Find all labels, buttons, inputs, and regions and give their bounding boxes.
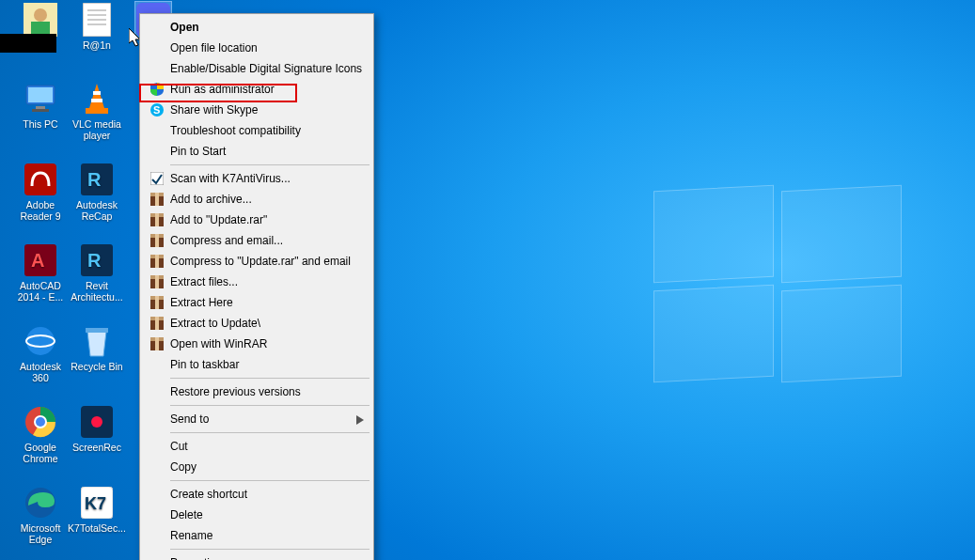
menu-item-create-shortcut[interactable]: Create shortcut (142, 484, 371, 505)
recycle-bin-icon (79, 323, 115, 359)
svg-rect-53 (155, 255, 159, 268)
desktop-icon-label: Autodesk ReCap (68, 199, 126, 222)
svg-rect-13 (36, 106, 45, 109)
desktop-icon-k7[interactable]: K7 K7TotalSec... (68, 485, 126, 534)
svg-text:K7: K7 (85, 494, 106, 513)
menu-item-label: Cut (170, 440, 188, 453)
svg-rect-44 (155, 193, 159, 206)
menu-item-delete[interactable]: Delete (142, 505, 371, 525)
menu-item-label: Compress to "Update.rar" and email (170, 255, 351, 268)
desktop-icon-screenrec[interactable]: ScreenRec (68, 404, 126, 453)
desktop-icon-chrome[interactable]: Google Chrome (11, 404, 70, 464)
svg-marker-66 (356, 415, 364, 425)
autocad-icon: A (23, 242, 58, 278)
desktop-icon-autodesk-360[interactable]: Autodesk 360 (11, 323, 70, 383)
winrar-icon (149, 212, 165, 227)
desktop-icon-label: Microsoft Edge (11, 522, 70, 545)
menu-item-label: Create shortcut (170, 488, 247, 501)
svg-rect-59 (155, 296, 159, 309)
edge-icon (23, 485, 58, 521)
menu-item-run-as-administrator[interactable]: Run as administrator (142, 79, 371, 100)
svg-text:A: A (31, 250, 44, 271)
menu-item-label: Restore previous versions (170, 385, 301, 398)
menu-item-label: Properties (170, 556, 222, 560)
menu-item-open-file-location[interactable]: Open file location (142, 38, 371, 58)
desktop-icon-revit[interactable]: R Revit Architectu... (68, 242, 126, 303)
desktop-icon-recycle-bin[interactable]: Recycle Bin (68, 323, 126, 372)
desktop-icon-autodesk-recap[interactable]: R Autodesk ReCap (68, 162, 126, 222)
svg-rect-16 (93, 91, 101, 95)
desktop-icon-label: R@1n (68, 39, 126, 51)
menu-item-label: Run as administrator (170, 83, 275, 96)
menu-item-extract-to-update[interactable]: Extract to Update\ (142, 313, 371, 334)
winrar-icon (149, 316, 165, 331)
winrar-icon (149, 295, 165, 310)
chrome-icon (23, 404, 58, 440)
menu-item-troubleshoot[interactable]: Troubleshoot compatibility (142, 120, 371, 141)
text-file-icon (79, 2, 115, 38)
autodesk-360-icon (23, 323, 58, 359)
menu-separator (170, 378, 370, 379)
winrar-icon (149, 254, 165, 269)
menu-item-extract-here[interactable]: Extract Here (142, 292, 371, 313)
adobe-reader-icon (23, 162, 58, 197)
desktop-icon-vlc[interactable]: VLC media player (68, 81, 126, 141)
svg-rect-17 (91, 99, 102, 102)
menu-item-copy[interactable]: Copy (142, 457, 371, 477)
svg-point-26 (26, 327, 55, 355)
menu-item-send-to[interactable]: Send to (142, 409, 371, 429)
svg-rect-2 (31, 22, 50, 35)
menu-item-open[interactable]: Open (142, 17, 371, 38)
menu-separator (170, 480, 370, 481)
menu-item-label: Extract to Update\ (170, 317, 260, 330)
redacted-label (0, 34, 56, 53)
svg-rect-18 (86, 108, 108, 114)
this-pc-icon (23, 81, 58, 117)
menu-item-compress-update-email[interactable]: Compress to "Update.rar" and email (142, 251, 371, 272)
menu-item-enable-disable-signature[interactable]: Enable/Disable Digital Signature Icons (142, 58, 371, 79)
menu-item-compress-email[interactable]: Compress and email... (142, 230, 371, 251)
vlc-icon (79, 81, 115, 117)
desktop-icon-label: VLC media player (68, 118, 126, 141)
menu-item-properties[interactable]: Properties (142, 552, 371, 560)
menu-item-label: Add to "Update.rar" (170, 213, 267, 226)
menu-item-label: Open with WinRAR (170, 337, 267, 350)
desktop[interactable]: R@1n This PC VLC media player A (0, 0, 975, 560)
desktop-icon-label: This PC (11, 118, 70, 130)
menu-item-pin-to-taskbar[interactable]: Pin to taskbar (142, 354, 371, 375)
menu-item-pin-to-start[interactable]: Pin to Start (142, 141, 371, 162)
svg-point-34 (91, 416, 102, 428)
desktop-icon-label: ScreenRec (68, 442, 126, 453)
menu-separator (170, 164, 370, 165)
k7-scan-icon (149, 171, 165, 186)
svg-text:S: S (153, 104, 160, 116)
menu-item-label: Pin to taskbar (170, 358, 239, 371)
desktop-icon-adobe-reader[interactable]: Adobe Reader 9 (11, 162, 70, 222)
menu-item-label: Extract Here (170, 296, 233, 309)
svg-rect-50 (155, 234, 159, 247)
desktop-icon-autocad[interactable]: A AutoCAD 2014 - E... (11, 242, 70, 303)
menu-item-add-archive[interactable]: Add to archive... (142, 189, 371, 210)
menu-item-rename[interactable]: Rename (142, 525, 371, 546)
svg-marker-28 (87, 332, 106, 356)
desktop-icon-r01n[interactable]: R@1n (68, 2, 126, 51)
screenrec-icon (79, 404, 115, 440)
menu-item-cut[interactable]: Cut (142, 436, 371, 457)
desktop-icon-this-pc[interactable]: This PC (11, 81, 70, 130)
context-menu: Open Open file location Enable/Disable D… (139, 13, 374, 560)
menu-item-label: Scan with K7AntiVirus... (170, 172, 291, 185)
menu-separator (170, 549, 370, 550)
menu-item-scan-k7[interactable]: Scan with K7AntiVirus... (142, 168, 371, 189)
menu-item-add-update-rar[interactable]: Add to "Update.rar" (142, 210, 371, 230)
menu-item-label: Send to (170, 412, 209, 426)
menu-item-label: Copy (170, 460, 197, 474)
winrar-icon (149, 192, 165, 207)
svg-rect-12 (28, 87, 53, 102)
svg-point-32 (36, 417, 45, 427)
menu-item-restore-previous-versions[interactable]: Restore previous versions (142, 381, 371, 402)
menu-item-open-winrar[interactable]: Open with WinRAR (142, 334, 371, 354)
menu-item-share-skype[interactable]: S Share with Skype (142, 100, 371, 120)
menu-item-label: Rename (170, 529, 212, 542)
menu-item-extract-files[interactable]: Extract files... (142, 272, 371, 292)
desktop-icon-edge[interactable]: Microsoft Edge (11, 485, 70, 545)
